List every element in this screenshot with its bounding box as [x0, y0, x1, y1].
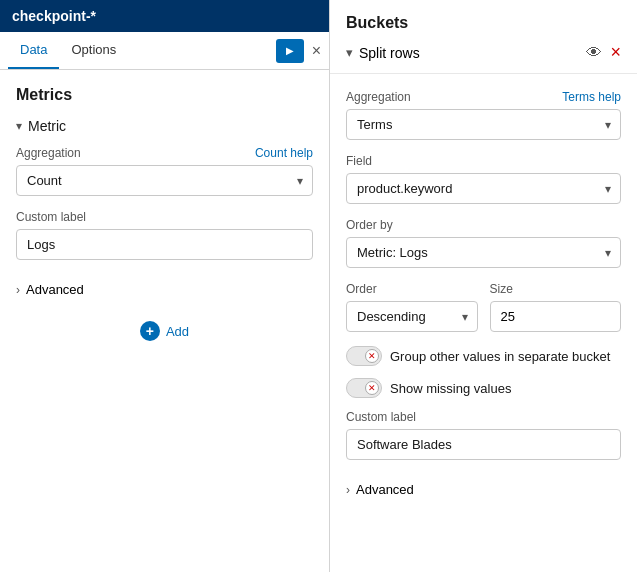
size-label: Size [490, 282, 513, 296]
app-title: checkpoint-* [12, 8, 96, 24]
aggregation-field: Aggregation Count help Count ▾ [16, 146, 313, 196]
advanced-chevron-icon-left: › [16, 283, 20, 297]
advanced-chevron-icon-right: › [346, 483, 350, 497]
right-panel-content: Aggregation Terms help Terms ▾ Field pro… [330, 74, 637, 572]
add-row[interactable]: + Add [16, 321, 313, 341]
custom-label-input[interactable] [16, 229, 313, 260]
tab-actions: ▶ × [276, 39, 321, 63]
right-aggregation-select[interactable]: Terms [346, 109, 621, 140]
add-label: Add [166, 324, 189, 339]
group-other-label: Group other values in separate bucket [390, 349, 610, 364]
order-field: Order Descending ▾ [346, 282, 478, 332]
metric-chevron-icon: ▾ [16, 119, 22, 133]
advanced-label-left: Advanced [26, 282, 84, 297]
order-select-wrapper: Descending ▾ [346, 301, 478, 332]
close-left-button[interactable]: × [312, 43, 321, 59]
count-help-link[interactable]: Count help [255, 146, 313, 160]
show-missing-toggle-row: ✕ Show missing values [346, 378, 621, 398]
add-circle-icon: + [140, 321, 160, 341]
order-by-field: Order by Metric: Logs ▾ [346, 218, 621, 268]
split-rows-chevron-icon[interactable]: ▾ [346, 45, 353, 60]
close-right-icon: × [610, 42, 621, 62]
order-size-row: Order Descending ▾ Size [346, 282, 621, 346]
close-icon: × [312, 42, 321, 59]
left-panel: checkpoint-* Data Options ▶ × Metrics ▾ … [0, 0, 330, 572]
metric-section-header[interactable]: ▾ Metric [16, 118, 313, 134]
advanced-row-left[interactable]: › Advanced [16, 274, 313, 305]
custom-label-field: Custom label [16, 210, 313, 260]
advanced-label-right: Advanced [356, 482, 414, 497]
custom-label-label: Custom label [16, 210, 86, 224]
app-title-bar: checkpoint-* [0, 0, 329, 32]
metric-section-label: Metric [28, 118, 66, 134]
field-select-wrapper: product.keyword ▾ [346, 173, 621, 204]
size-input[interactable] [490, 301, 622, 332]
order-label: Order [346, 282, 377, 296]
run-button[interactable]: ▶ [276, 39, 304, 63]
eye-button[interactable]: 👁 [586, 44, 602, 62]
right-custom-label-field: Custom label [346, 410, 621, 460]
order-by-label: Order by [346, 218, 393, 232]
right-aggregation-label: Aggregation [346, 90, 411, 104]
aggregation-select-wrapper: Count ▾ [16, 165, 313, 196]
field-field: Field product.keyword ▾ [346, 154, 621, 204]
field-select[interactable]: product.keyword [346, 173, 621, 204]
eye-icon: 👁 [586, 44, 602, 61]
show-missing-toggle[interactable]: ✕ [346, 378, 382, 398]
right-custom-label-input[interactable] [346, 429, 621, 460]
order-select[interactable]: Descending [346, 301, 478, 332]
aggregation-select[interactable]: Count [16, 165, 313, 196]
tab-options[interactable]: Options [59, 32, 128, 69]
right-aggregation-select-wrapper: Terms ▾ [346, 109, 621, 140]
group-other-toggle[interactable]: ✕ [346, 346, 382, 366]
run-icon: ▶ [286, 45, 294, 56]
close-right-button[interactable]: × [610, 42, 621, 63]
left-panel-title: Metrics [16, 86, 313, 104]
right-custom-label-label: Custom label [346, 410, 416, 424]
show-missing-knob: ✕ [365, 381, 379, 395]
left-panel-content: Metrics ▾ Metric Aggregation Count help … [0, 70, 329, 572]
right-panel: Buckets ▾ Split rows 👁 × Aggregation Ter… [330, 0, 637, 572]
show-missing-label: Show missing values [390, 381, 511, 396]
order-by-select[interactable]: Metric: Logs [346, 237, 621, 268]
right-header: Buckets ▾ Split rows 👁 × [330, 0, 637, 74]
group-other-knob: ✕ [365, 349, 379, 363]
group-other-toggle-row: ✕ Group other values in separate bucket [346, 346, 621, 366]
buckets-title: Buckets [346, 14, 621, 42]
field-label: Field [346, 154, 372, 168]
split-rows-bar: ▾ Split rows 👁 × [346, 42, 621, 63]
tab-data[interactable]: Data [8, 32, 59, 69]
split-rows-label: Split rows [359, 45, 420, 61]
aggregation-label: Aggregation [16, 146, 81, 160]
advanced-row-right[interactable]: › Advanced [346, 474, 621, 505]
tab-bar: Data Options ▶ × [0, 32, 329, 70]
size-field: Size [490, 282, 622, 332]
right-aggregation-field: Aggregation Terms help Terms ▾ [346, 90, 621, 140]
order-by-select-wrapper: Metric: Logs ▾ [346, 237, 621, 268]
terms-help-link[interactable]: Terms help [562, 90, 621, 104]
